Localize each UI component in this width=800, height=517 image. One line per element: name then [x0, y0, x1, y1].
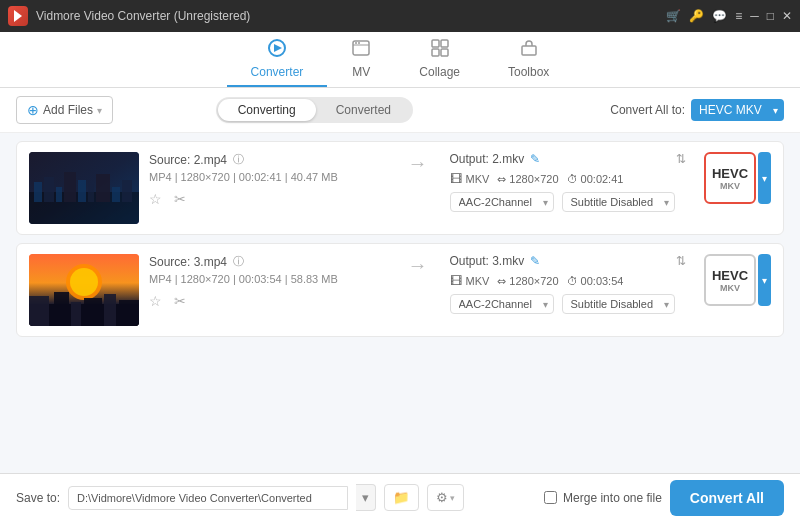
app-icon [8, 6, 28, 26]
output-area-1: Output: 2.mkv ✎ ⇅ 🎞 MKV ⇔ 1280×720 ⏱ [450, 152, 687, 212]
file-card-1-top: Source: 2.mp4 ⓘ MP4 | 1280×720 | 00:02:4… [29, 152, 771, 224]
output-label-2: Output: 3.mkv [450, 254, 525, 268]
convert-all-to-label: Convert All to: [610, 103, 685, 117]
chat-icon[interactable]: 💬 [712, 9, 727, 23]
svg-marker-0 [14, 10, 22, 22]
svg-rect-16 [56, 187, 62, 202]
svg-rect-32 [119, 300, 139, 326]
format-card-ext-1: MKV [720, 181, 740, 191]
svg-rect-7 [432, 40, 439, 47]
info-icon-1[interactable]: ⓘ [233, 152, 244, 167]
merge-checkbox[interactable] [544, 491, 557, 504]
file-info-2: Source: 3.mp4 ⓘ MP4 | 1280×720 | 00:03:5… [149, 254, 386, 309]
bottom-bar: Save to: ▾ 📁 ⚙ ▾ Merge into one file Con… [0, 473, 800, 517]
file-actions-2: ☆ ✂ [149, 293, 386, 309]
toolbox-icon [519, 38, 539, 63]
save-to-label: Save to: [16, 491, 60, 505]
tab-toolbox-label: Toolbox [508, 65, 549, 79]
edit-icon-1[interactable]: ✎ [530, 152, 540, 166]
close-icon[interactable]: ✕ [782, 9, 792, 23]
add-files-dropdown-icon[interactable]: ▾ [97, 105, 102, 116]
tab-converter-label: Converter [251, 65, 304, 79]
tab-toolbox[interactable]: Toolbox [484, 32, 573, 87]
app-title: Vidmore Video Converter (Unregistered) [36, 9, 666, 23]
svg-point-25 [70, 268, 98, 296]
subtitle-select-1[interactable]: Subtitle Disabled [562, 192, 675, 212]
svg-rect-19 [88, 184, 94, 202]
audio-dropdown-wrapper-2: AAC-2Channel [450, 294, 554, 314]
output-format-1: 🎞 MKV [450, 172, 490, 186]
thumbnail-1 [29, 152, 139, 224]
source-label-2: Source: 3.mp4 [149, 255, 227, 269]
output-top-1: Output: 2.mkv ✎ ⇅ [450, 152, 687, 166]
output-duration-2: ⏱ 00:03:54 [567, 275, 624, 287]
subtitle-dropdown-wrapper-2: Subtitle Disabled [562, 294, 675, 314]
audio-select-2[interactable]: AAC-2Channel [450, 294, 554, 314]
svg-rect-9 [432, 49, 439, 56]
menu-icon[interactable]: ≡ [735, 9, 742, 23]
tab-collage-label: Collage [419, 65, 460, 79]
svg-rect-29 [71, 302, 81, 326]
settings-button[interactable]: ⚙ ▾ [427, 484, 464, 511]
output-format-2: 🎞 MKV [450, 274, 490, 288]
minimize-icon[interactable]: ─ [750, 9, 759, 23]
clock-icon-1: ⏱ [567, 173, 578, 185]
svg-point-6 [358, 42, 360, 44]
convert-all-to-area: Convert All to: HEVC MKV ▾ [610, 99, 784, 121]
format-card-area-2: HEVC MKV ▾ [696, 254, 771, 306]
format-card-1[interactable]: HEVC MKV [704, 152, 756, 204]
edit-icon-2[interactable]: ✎ [530, 254, 540, 268]
format-card-dropdown-2[interactable]: ▾ [758, 254, 771, 306]
format-card-ext-2: MKV [720, 283, 740, 293]
tab-switcher: Converting Converted [216, 97, 413, 123]
converting-tab[interactable]: Converting [218, 99, 316, 121]
format-card-dropdown-1[interactable]: ▾ [758, 152, 771, 204]
output-resolution-1: ⇔ 1280×720 [497, 173, 558, 186]
svg-rect-14 [34, 182, 42, 202]
tab-collage[interactable]: Collage [395, 32, 484, 87]
converted-tab[interactable]: Converted [316, 99, 411, 121]
tab-converter[interactable]: Converter [227, 32, 328, 87]
merge-label: Merge into one file [563, 491, 662, 505]
format-select[interactable]: HEVC MKV [691, 99, 784, 121]
film-icon-1: 🎞 [450, 172, 462, 186]
convert-all-button[interactable]: Convert All [670, 480, 784, 516]
subtitle-dropdown-wrapper-1: Subtitle Disabled [562, 192, 675, 212]
key-icon[interactable]: 🔑 [689, 9, 704, 23]
maximize-icon[interactable]: □ [767, 9, 774, 23]
collage-icon [430, 38, 450, 63]
star-icon-2[interactable]: ☆ [149, 293, 162, 309]
output-details-1: 🎞 MKV ⇔ 1280×720 ⏱ 00:02:41 [450, 172, 687, 186]
svg-rect-28 [54, 292, 69, 326]
merge-checkbox-label: Merge into one file [544, 491, 662, 505]
arrow-icon-2: → [408, 254, 428, 277]
format-card-name-2: HEVC [712, 268, 748, 283]
cut-icon-1[interactable]: ✂ [174, 191, 186, 207]
svg-rect-27 [29, 296, 49, 326]
output-label-1: Output: 2.mkv [450, 152, 525, 166]
format-card-2[interactable]: HEVC MKV [704, 254, 756, 306]
cart-icon[interactable]: 🛒 [666, 9, 681, 23]
mv-icon [351, 38, 371, 63]
file-actions-1: ☆ ✂ [149, 191, 386, 207]
tab-mv[interactable]: MV [327, 32, 395, 87]
star-icon-1[interactable]: ☆ [149, 191, 162, 207]
film-icon-2: 🎞 [450, 274, 462, 288]
format-card-name-1: HEVC [712, 166, 748, 181]
toolbar: ⊕ Add Files ▾ Converting Converted Conve… [0, 88, 800, 133]
audio-select-1[interactable]: AAC-2Channel [450, 192, 554, 212]
cut-icon-2[interactable]: ✂ [174, 293, 186, 309]
converter-icon [267, 38, 287, 63]
svg-rect-11 [522, 46, 536, 55]
folder-button[interactable]: 📁 [384, 484, 419, 511]
save-path-dropdown-btn[interactable]: ▾ [356, 484, 376, 511]
svg-rect-10 [441, 49, 448, 56]
save-path-input[interactable] [68, 486, 348, 510]
adjust-icon-1[interactable]: ⇅ [676, 152, 686, 166]
settings-dropdown-icon: ▾ [450, 493, 455, 503]
subtitle-select-2[interactable]: Subtitle Disabled [562, 294, 675, 314]
adjust-icon-2[interactable]: ⇅ [676, 254, 686, 268]
svg-rect-17 [64, 172, 76, 202]
add-files-button[interactable]: ⊕ Add Files ▾ [16, 96, 113, 124]
info-icon-2[interactable]: ⓘ [233, 254, 244, 269]
